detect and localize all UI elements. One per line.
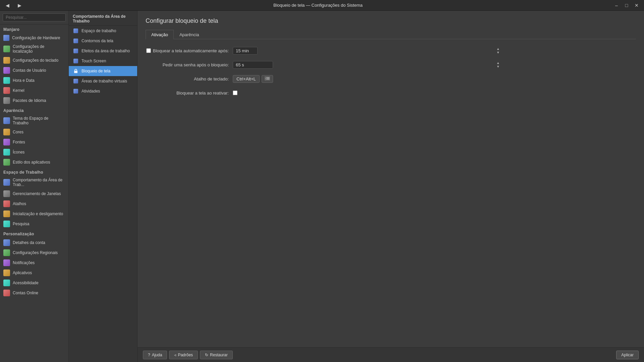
restore-button[interactable]: ↻ Restaurar (200, 351, 233, 359)
shortcut-row: Atalho de teclado: Ctrl+Alt+L ⌫ (146, 74, 636, 83)
bottom-bar: ? Ajuda ◃ Padrões ↻ Restaurar Aplicar (138, 347, 644, 362)
restore-label: Restaurar (210, 353, 228, 357)
sidebar-item-datetime[interactable]: Hora e Data (0, 75, 68, 85)
main-window: ◀ ▶ Bloqueio de tela — Configurações do … (0, 0, 644, 362)
app-style-icon (3, 159, 10, 166)
sidebar-label-startup: Inicialização e desligamento (13, 212, 63, 216)
desktop-effects-icon (73, 48, 79, 54)
titlebar-controls: – □ ✕ (612, 1, 641, 9)
section-header-appearance: Aparência (0, 106, 68, 114)
screen-lock-icon (73, 68, 79, 74)
minimize-button[interactable]: – (612, 1, 621, 9)
middle-item-screen-lock[interactable]: Bloqueio de tela (69, 66, 137, 76)
sidebar-item-language[interactable]: Pacotes de Idioma (0, 96, 68, 106)
auto-lock-checkbox[interactable] (146, 48, 151, 53)
lock-on-resume-checkbox[interactable] (233, 90, 237, 95)
sidebar-item-shortcuts[interactable]: Atalhos (0, 199, 68, 209)
section-header-personalization: Personalização (0, 229, 68, 238)
tab-aparencia[interactable]: Aparência (174, 30, 205, 39)
search-icon (3, 221, 10, 227)
window-title-text: Bloqueio de tela — Configurações do Sist… (273, 3, 363, 8)
titlebar-title: Bloqueio de tela — Configurações do Sist… (24, 3, 612, 8)
titlebar: ◀ ▶ Bloqueio de tela — Configurações do … (0, 0, 644, 11)
sidebar-item-online-accounts[interactable]: Contas Online (0, 288, 68, 298)
middle-panel-header: Comportamento da Área de Trabalho (69, 11, 137, 26)
account-details-icon (3, 239, 10, 246)
maximize-button[interactable]: □ (622, 1, 631, 9)
sidebar-item-accessibility[interactable]: Acessibilidade (0, 278, 68, 288)
middle-item-workspace[interactable]: Espaço de trabalho (69, 26, 137, 36)
icons-icon (3, 149, 10, 156)
back-button[interactable]: ◀ (3, 1, 12, 9)
sidebar-label-keyboard: Configurações do teclado (13, 58, 58, 63)
help-button[interactable]: ? Ajuda (143, 351, 167, 359)
middle-item-virtual-desktops[interactable]: Áreas de trabalho virtuais (69, 76, 137, 86)
sidebar-item-startup[interactable]: Inicialização e desligamento (0, 209, 68, 219)
sidebar-item-account-details[interactable]: Detalhes da conta (0, 238, 68, 248)
middle-label-activities: Atividades (82, 89, 100, 94)
auto-lock-row: Bloquear a tela automaticamente após: 15… (146, 46, 636, 55)
middle-label-touchscreen: Touch Screen (82, 59, 106, 63)
shortcut-badge[interactable]: Ctrl+Alt+L (233, 75, 260, 83)
sidebar-item-keyboard[interactable]: Configurações do teclado (0, 55, 68, 65)
sidebar-label-colors: Cores (13, 130, 23, 134)
middle-item-touchscreen[interactable]: Touch Screen (69, 56, 137, 66)
defaults-icon: ◃ (174, 353, 176, 357)
notifications-icon (3, 259, 10, 266)
fonts-icon (3, 139, 10, 145)
shortcut-clear-button[interactable]: ⌫ (262, 75, 273, 83)
sidebar-item-apps[interactable]: Aplicativos (0, 268, 68, 278)
sidebar-item-notifications[interactable]: Notificações (0, 258, 68, 268)
sidebar-label-language: Pacotes de Idioma (13, 98, 46, 103)
defaults-button[interactable]: ◃ Padrões (169, 351, 198, 359)
apps-icon (3, 269, 10, 276)
sidebar-label-kernel: Kernel (13, 88, 24, 93)
sidebar-item-workspace-theme[interactable]: Tema do Espaço de Trabalho (0, 114, 68, 127)
virtual-desktops-icon (73, 78, 79, 84)
sidebar-item-app-style[interactable]: Estilo dos aplicativos (0, 157, 68, 167)
sidebar-item-search[interactable]: Pesquisa (0, 219, 68, 229)
sidebar-label-users: Contas de Usuário (13, 68, 46, 73)
restore-icon: ↻ (205, 353, 208, 357)
sidebar-item-kernel[interactable]: Kernel (0, 85, 68, 96)
shortcuts-icon (3, 200, 10, 207)
sidebar-item-fonts[interactable]: Fontes (0, 137, 68, 147)
help-label: Ajuda (152, 353, 162, 357)
colors-icon (3, 129, 10, 135)
sidebar-item-users[interactable]: Contas de Usuário (0, 65, 68, 75)
sidebar-item-window-mgmt[interactable]: Gerenciamento de Janelas (0, 189, 68, 199)
titlebar-left: ◀ ▶ (3, 1, 24, 9)
sidebar-label-app-style: Estilo dos aplicativos (13, 160, 50, 165)
sidebar-item-icons[interactable]: Ícones (0, 147, 68, 157)
auto-lock-dropdown[interactable]: 15 min 1 min 2 min 5 min 10 min 30 min 1… (233, 47, 258, 55)
close-button[interactable]: ✕ (632, 1, 641, 9)
auto-lock-dropdown-wrapper: 15 min 1 min 2 min 5 min 10 min 30 min 1… (233, 47, 501, 55)
lock-on-resume-row: Bloquear a tela ao reativar: (146, 88, 636, 98)
main-content: Manjaro Configuração de Hardware Configu… (0, 11, 644, 362)
sidebar-item-workspace-behavior[interactable]: Comportamento da Área de Trab... (0, 176, 68, 189)
sidebar-item-hardware[interactable]: Configuração de Hardware (0, 33, 68, 43)
apply-button[interactable]: Aplicar (616, 351, 639, 359)
middle-item-activities[interactable]: Atividades (69, 86, 137, 96)
middle-item-desktop-effects[interactable]: Efeitos da área de trabalho (69, 46, 137, 56)
auto-lock-checkbox-label: Bloquear a tela automaticamente após: (146, 48, 233, 53)
lock-on-resume-control (233, 90, 501, 95)
activities-icon (73, 88, 79, 94)
middle-item-screen-edges[interactable]: Contornos da tela (69, 36, 137, 46)
search-input[interactable] (3, 13, 66, 21)
accessibility-icon (3, 280, 10, 286)
section-header-workspace: Espaço de Trabalho (0, 167, 68, 176)
tab-ativacao[interactable]: Ativação (146, 30, 174, 39)
sidebar-label-regional: Configurações Regionais (13, 250, 58, 255)
ask-password-control: 65 s Imediatamente 30 s 60 s 2 min 5 min… (233, 61, 501, 69)
shortcut-label: Atalho de teclado: (146, 76, 233, 81)
ask-password-dropdown[interactable]: 65 s Imediatamente 30 s 60 s 2 min 5 min (233, 61, 273, 69)
sidebar-item-colors[interactable]: Cores (0, 127, 68, 137)
ask-password-row: Pedir uma senha após o bloqueio: 65 s Im… (146, 60, 636, 69)
ask-password-dropdown-wrapper: 65 s Imediatamente 30 s 60 s 2 min 5 min… (233, 61, 501, 69)
online-accounts-icon (3, 290, 10, 296)
forward-button[interactable]: ▶ (15, 1, 24, 9)
sidebar-item-localization[interactable]: Configurações de localização (0, 43, 68, 55)
regional-icon (3, 249, 10, 256)
sidebar-item-regional[interactable]: Configurações Regionais (0, 248, 68, 258)
